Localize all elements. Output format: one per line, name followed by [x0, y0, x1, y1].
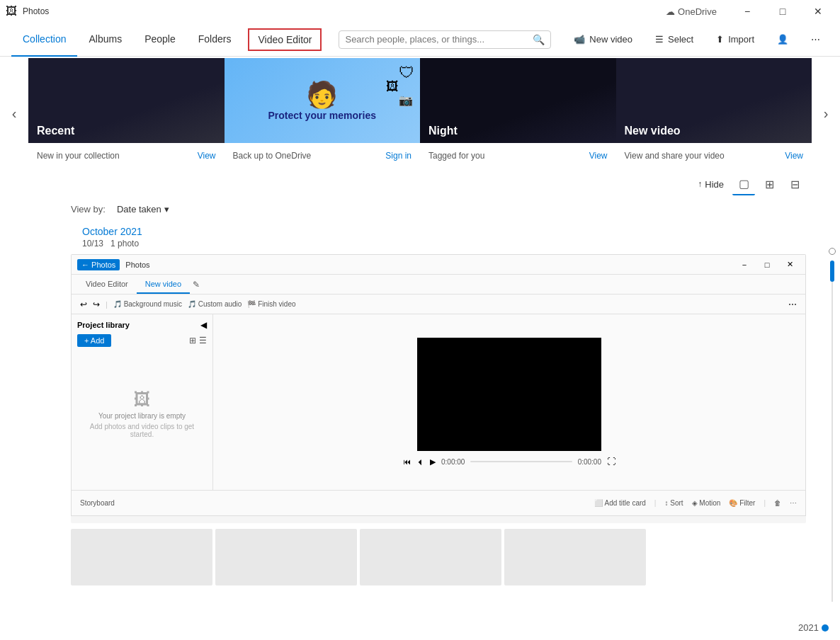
- carousel-item-recent-link[interactable]: View: [198, 151, 216, 161]
- carousel-item-new-video[interactable]: New video View and share your video View: [616, 58, 812, 168]
- carousel-item-protect-title: Protect your memories: [263, 110, 382, 121]
- ve-bg-music[interactable]: 🎵 Background music: [113, 300, 182, 308]
- more-button[interactable]: ⋯: [802, 30, 829, 49]
- minimize-button[interactable]: −: [731, 0, 764, 23]
- title-bar-left: 🖼 Photos: [6, 5, 49, 18]
- ve-tab-video-editor[interactable]: Video Editor: [77, 275, 137, 294]
- nav-tabs: Collection Albums People Folders Video E…: [11, 23, 327, 57]
- ve-more2[interactable]: ⋯: [790, 499, 797, 507]
- search-input[interactable]: [345, 34, 533, 45]
- viewby-select[interactable]: Date taken ▾: [111, 201, 175, 217]
- ve-back-button[interactable]: ← Photos: [77, 259, 120, 270]
- ve-empty-title: Your project library is empty: [98, 412, 186, 420]
- scroll-dot[interactable]: [829, 248, 836, 255]
- ve-collapse-icon[interactable]: ◀: [200, 320, 207, 330]
- bottom-thumb-1[interactable]: [71, 529, 212, 585]
- ve-finish-video[interactable]: 🏁 Finish video: [247, 300, 295, 308]
- ve-play[interactable]: ▶: [430, 457, 436, 467]
- view-small-button[interactable]: ⊟: [783, 173, 806, 195]
- search-icon: 🔍: [533, 34, 545, 45]
- hide-icon: ↑: [698, 179, 702, 189]
- ve-progress-bar[interactable]: [470, 461, 572, 462]
- ve-add-button[interactable]: + Add: [77, 334, 111, 347]
- carousel-item-protect[interactable]: 🧑 🛡 🖼 📷 Protect your memories Back up to…: [225, 58, 421, 168]
- tab-video-editor[interactable]: Video Editor: [248, 28, 322, 51]
- ve-add-title-card[interactable]: ⬜ Add title card: [594, 499, 646, 507]
- tab-collection[interactable]: Collection: [11, 23, 77, 57]
- ve-delete[interactable]: 🗑: [774, 499, 781, 507]
- bottom-thumb-4[interactable]: [504, 529, 646, 585]
- ve-motion[interactable]: ◈ Motion: [692, 499, 721, 507]
- carousel-item-night-link[interactable]: View: [589, 151, 608, 161]
- bottom-grid: [0, 529, 840, 585]
- title-bar-right: ☁ OneDrive − □ ✕: [666, 0, 834, 23]
- ve-filter[interactable]: 🎨 Filter: [729, 499, 755, 507]
- ve-edit-icon: ✎: [193, 275, 200, 294]
- ve-titlebar: ← Photos Photos − □ ✕: [72, 255, 805, 275]
- ve-maximize[interactable]: □: [757, 258, 777, 272]
- ve-library: Project library ◀ + Add ⊞ ☰ 🖼 Your proje…: [72, 314, 213, 490]
- title-bar: 🖼 Photos ☁ OneDrive − □ ✕: [0, 0, 840, 23]
- section-month[interactable]: October 2021: [71, 220, 840, 239]
- tab-albums[interactable]: Albums: [77, 23, 133, 57]
- carousel-next[interactable]: ›: [812, 57, 840, 170]
- carousel-item-new-video-link[interactable]: View: [785, 151, 803, 161]
- view-controls: ▢ ⊞ ⊟: [732, 173, 806, 195]
- ve-undo[interactable]: ↩: [80, 299, 87, 309]
- view-medium-button[interactable]: ⊞: [758, 173, 781, 195]
- ve-empty-icon: 🖼: [134, 389, 151, 409]
- ve-grid-view[interactable]: ⊞: [189, 336, 196, 345]
- ve-tab-new-video[interactable]: New video: [137, 275, 190, 294]
- carousel-prev[interactable]: ‹: [0, 57, 28, 170]
- tab-folders[interactable]: Folders: [187, 23, 243, 57]
- carousel-item-recent-title: Recent: [37, 125, 74, 137]
- ve-fullscreen[interactable]: ⛶: [607, 457, 615, 467]
- more-icon: ⋯: [811, 34, 820, 45]
- scrollbar: [830, 248, 834, 605]
- new-video-icon: 📹: [574, 34, 585, 45]
- view-large-button[interactable]: ▢: [732, 173, 755, 195]
- ve-body: Project library ◀ + Add ⊞ ☰ 🖼 Your proje…: [72, 314, 805, 490]
- ve-skip-back[interactable]: ⏮: [403, 457, 411, 466]
- tab-people[interactable]: People: [133, 23, 187, 57]
- ve-list-view[interactable]: ☰: [199, 336, 207, 345]
- import-button[interactable]: ⬆ Import: [708, 30, 763, 49]
- ve-toolbar: ↩ ↪ | 🎵 Background music 🎵 Custom audio …: [72, 295, 805, 314]
- ve-sort[interactable]: ↕ Sort: [664, 499, 683, 507]
- year-dot: [822, 624, 829, 632]
- carousel-item-night-title: Night: [428, 125, 458, 137]
- year-label: 2021: [798, 622, 829, 633]
- ve-close[interactable]: ✕: [780, 258, 800, 272]
- maximize-button[interactable]: □: [766, 0, 799, 23]
- ve-redo[interactable]: ↪: [93, 299, 100, 309]
- carousel-item-protect-link[interactable]: Sign in: [385, 151, 412, 161]
- search-box[interactable]: 🔍: [339, 30, 551, 49]
- carousel-items: Recent New in your collection View 🧑 🛡 🖼…: [28, 58, 812, 168]
- carousel-item-new-video-caption: View and share your video View: [616, 143, 812, 168]
- select-button[interactable]: ☰ Select: [647, 30, 702, 49]
- ve-play-prev[interactable]: ⏴: [416, 457, 424, 466]
- ve-custom-audio[interactable]: 🎵 Custom audio: [188, 300, 242, 308]
- hide-button[interactable]: ↑ Hide: [698, 179, 724, 190]
- new-video-button[interactable]: 📹 New video: [565, 30, 641, 49]
- ve-storyboard: Storyboard ⬜ Add title card | ↕ Sort ◈ M…: [72, 490, 805, 515]
- photo-card-main[interactable]: ← Photos Photos − □ ✕ Video Editor New v…: [71, 254, 806, 523]
- ve-minimize[interactable]: −: [734, 258, 754, 272]
- carousel-item-night[interactable]: Night Tagged for you View: [420, 58, 616, 168]
- carousel-item-protect-caption: Back up to OneDrive Sign in: [225, 143, 421, 168]
- close-button[interactable]: ✕: [802, 0, 834, 23]
- ve-empty-subtitle: Add photos and video clips to get starte…: [77, 423, 207, 438]
- dropdown-icon: ▾: [164, 204, 169, 215]
- carousel-item-recent-caption: New in your collection View: [28, 143, 225, 168]
- ve-tabs: Video Editor New video ✎: [72, 275, 805, 295]
- ve-playback: ⏮ ⏴ ▶ 0:00:00 0:00:00 ⛶: [403, 457, 615, 467]
- bottom-thumb-2[interactable]: [215, 529, 357, 585]
- ve-toolbar-more[interactable]: ⋯: [788, 299, 797, 309]
- viewby-row: View by: Date taken ▾: [0, 198, 840, 220]
- carousel-item-recent[interactable]: Recent New in your collection View: [28, 58, 225, 168]
- account-button[interactable]: 👤: [768, 30, 797, 49]
- ve-time-start: 0:00:00: [441, 458, 465, 466]
- ve-storyboard-label: Storyboard: [80, 499, 115, 507]
- scroll-track[interactable]: [832, 261, 833, 602]
- bottom-thumb-3[interactable]: [360, 529, 501, 585]
